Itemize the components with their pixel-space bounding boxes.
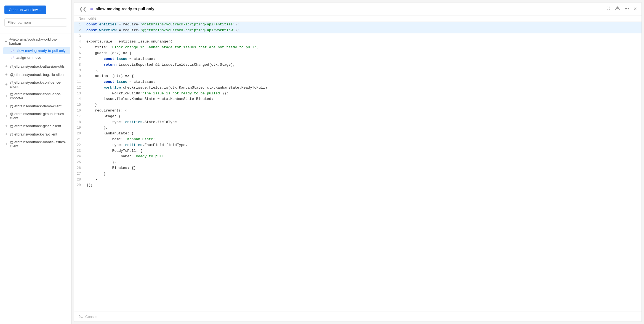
line-content-17: Stage: {	[84, 114, 121, 119]
line-num-16: 16	[74, 108, 84, 114]
line-content-5: title: 'Block change in Kanban stage for…	[84, 45, 259, 51]
line-content-4: exports.rule = entities.Issue.onChange({	[84, 39, 172, 45]
status-text: Non modifié	[79, 17, 96, 20]
code-line-27: 27 }	[74, 171, 642, 177]
workflow-item-allow-moving[interactable]: ⇄ allow-moving-ready-to-pull-only	[3, 47, 70, 54]
console-icon	[79, 314, 83, 319]
close-icon[interactable]: ✕	[632, 5, 638, 13]
code-line-17: 17 Stage: {	[74, 114, 642, 119]
sidebar-group-jira[interactable]: ＋ @jetbrains/youtrack-jira-client	[0, 130, 71, 138]
line-num-28: 28	[74, 177, 84, 183]
line-num-14: 14	[74, 96, 84, 102]
line-content-13: workflow.i18n('The issue is not ready to…	[84, 91, 228, 97]
plus-icon-atlassian: ＋	[4, 64, 8, 69]
code-line-11: 11 const issue = ctx.issue;	[74, 79, 642, 85]
main-area: ❮❮ ⇄ allow-moving-ready-to-pull-only •••…	[72, 0, 644, 324]
sidebar-group-confluence[interactable]: ＋ @jetbrains/youtrack-confluence-client	[0, 79, 71, 90]
editor-toolbar: ❮❮ ⇄ allow-moving-ready-to-pull-only •••…	[74, 2, 642, 15]
line-content-23: ReadyToPull: {	[84, 148, 142, 154]
group-name-atlassian: @jetbrains/youtrack-atlassian-utils	[10, 64, 65, 68]
line-num-29: 29	[74, 182, 84, 188]
file-arrow-icon: ⇄	[90, 7, 94, 11]
group-name-kanban: @jetbrains/youtrack-workflow-kanban	[9, 37, 67, 46]
line-num-20: 20	[74, 131, 84, 137]
workflow-item-label-allow-moving: allow-moving-ready-to-pull-only	[16, 49, 66, 53]
line-num-18: 18	[74, 119, 84, 125]
workflow-item-assign-on-move[interactable]: ⇄ assign-on-move	[3, 54, 70, 61]
sidebar-group-kanban-header[interactable]: − @jetbrains/youtrack-workflow-kanban	[0, 36, 71, 47]
sidebar-group-mantis[interactable]: ＋ @jetbrains/youtrack-mantis-issues-clie…	[0, 138, 71, 150]
group-name-github: @jetbrains/youtrack-github-issues-client	[10, 112, 67, 120]
filter-input[interactable]	[4, 18, 67, 26]
line-num-27: 27	[74, 171, 84, 177]
code-line-8: 8 return issue.isReported && issue.field…	[74, 62, 642, 68]
line-num-26: 26	[74, 165, 84, 171]
line-num-7: 7	[74, 56, 84, 62]
line-content-3	[84, 33, 89, 39]
line-content-15: },	[84, 102, 99, 108]
plus-icon-confluence: ＋	[4, 82, 8, 87]
sidebar-group-bugzilla[interactable]: ＋ @jetbrains/youtrack-bugzilla-client	[0, 70, 71, 79]
line-content-22: type: entities.EnumField.fieldType,	[84, 142, 188, 148]
line-content-21: name: 'Kanban State',	[84, 137, 157, 142]
line-content-8: return issue.isReported && issue.fields.…	[84, 62, 235, 68]
line-content-29: });	[84, 182, 93, 188]
line-content-16: requirements: {	[84, 108, 127, 114]
group-name-jira: @jetbrains/youtrack-jira-client	[10, 132, 57, 136]
code-editor[interactable]: 1 const entities = require('@jetbrains/y…	[74, 22, 642, 312]
sidebar-group-github[interactable]: ＋ @jetbrains/youtrack-github-issues-clie…	[0, 110, 71, 122]
workflow-item-label-assign-on-move: assign-on-move	[16, 55, 41, 60]
line-num-12: 12	[74, 85, 84, 91]
group-name-demo: @jetbrains/youtrack-demo-client	[10, 104, 62, 108]
line-num-2: 2	[74, 28, 84, 33]
console-label: Console	[85, 315, 99, 319]
line-num-23: 23	[74, 148, 84, 154]
line-num-13: 13	[74, 91, 84, 97]
line-content-9: },	[84, 68, 99, 73]
arrow-icon-assign-on-move: ⇄	[11, 55, 14, 60]
code-line-15: 15 },	[74, 102, 642, 108]
line-content-1: const entities = require('@jetbrains/you…	[84, 22, 239, 28]
plus-icon-github: ＋	[4, 113, 8, 118]
sidebar: Créer un workflow ... − @jetbrains/youtr…	[0, 0, 72, 324]
sidebar-group-demo[interactable]: ＋ @jetbrains/youtrack-demo-client	[0, 102, 71, 110]
sidebar-group-gitlab[interactable]: ＋ @jetbrains/youtrack-gitlab-client	[0, 122, 71, 130]
line-content-14: issue.fields.KanbanState = ctx.KanbanSta…	[84, 96, 213, 102]
create-workflow-button[interactable]: Créer un workflow ...	[4, 6, 46, 14]
plus-icon-confluence-import: ＋	[4, 94, 8, 99]
plus-icon-demo: ＋	[4, 103, 8, 108]
code-line-14: 14 issue.fields.KanbanState = ctx.Kanban…	[74, 96, 642, 102]
line-num-11: 11	[74, 79, 84, 85]
more-icon[interactable]: •••	[623, 5, 630, 12]
toolbar-right: ••• ✕	[605, 5, 638, 13]
code-line-10: 10 action: (ctx) => {	[74, 73, 642, 79]
code-line-23: 23 ReadyToPull: {	[74, 148, 642, 154]
group-name-confluence-import: @jetbrains/youtrack-confluence-import-a.…	[10, 92, 67, 100]
editor-file-name: allow-moving-ready-to-pull-only	[96, 7, 603, 11]
code-line-5: 5 title: 'Block change in Kanban stage f…	[74, 45, 642, 51]
line-content-11: const issue = ctx.issue;	[84, 79, 155, 85]
code-line-18: 18 type: entities.State.fieldType	[74, 119, 642, 125]
line-num-25: 25	[74, 160, 84, 165]
code-line-2: 2 const workflow = require('@jetbrains/y…	[74, 28, 642, 33]
plus-icon-jira: ＋	[4, 132, 8, 137]
line-num-8: 8	[74, 62, 84, 68]
toggle-icon-kanban: −	[4, 39, 8, 43]
expand-icon[interactable]	[605, 5, 612, 13]
sidebar-group-kanban-children: ⇄ allow-moving-ready-to-pull-only ⇄ assi…	[0, 47, 71, 61]
sidebar-group-confluence-import[interactable]: ＋ @jetbrains/youtrack-confluence-import-…	[0, 90, 71, 102]
line-num-6: 6	[74, 51, 84, 56]
code-line-25: 25 },	[74, 160, 642, 165]
code-line-9: 9 },	[74, 68, 642, 73]
user-icon[interactable]	[614, 5, 621, 13]
code-line-28: 28 }	[74, 177, 642, 183]
code-line-22: 22 type: entities.EnumField.fieldType,	[74, 142, 642, 148]
back-button[interactable]: ❮❮	[78, 6, 88, 12]
code-line-6: 6 guard: (ctx) => {	[74, 51, 642, 56]
line-num-10: 10	[74, 73, 84, 79]
plus-icon-gitlab: ＋	[4, 123, 8, 128]
sidebar-group-atlassian[interactable]: ＋ @jetbrains/youtrack-atlassian-utils	[0, 62, 71, 70]
line-content-10: action: (ctx) => {	[84, 73, 134, 79]
line-content-27: }	[84, 171, 106, 177]
group-name-confluence: @jetbrains/youtrack-confluence-client	[10, 80, 67, 89]
